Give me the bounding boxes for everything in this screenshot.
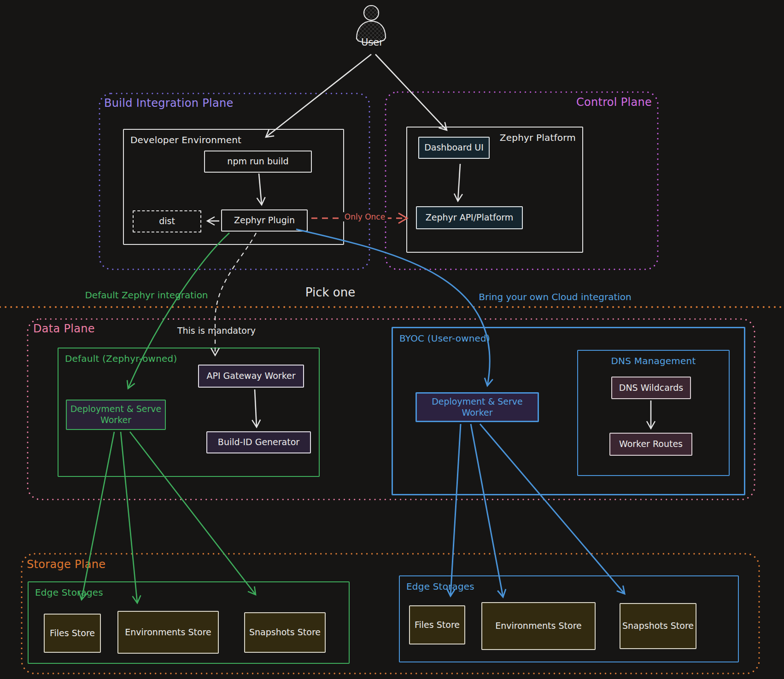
control-plane-title: Control Plane	[544, 96, 652, 109]
zephyr-plugin-node: Zephyr Plugin	[221, 209, 308, 232]
worker-routes-node: Worker Routes	[609, 433, 692, 456]
architecture-diagram: Build Integration Plane Control Plane Da…	[0, 0, 784, 679]
edge-storages-left-label: Edge Storages	[35, 587, 103, 598]
zephyr-api-node: Zephyr API/Platform	[416, 206, 523, 229]
store-node: Snapshots Store	[244, 612, 326, 653]
only-once-label: Only Once	[342, 212, 388, 221]
byoc-deploy-serve-worker-node: Deployment & Serve Worker	[415, 392, 539, 422]
storage-plane-title: Storage Plane	[27, 558, 105, 571]
store-node: Snapshots Store	[620, 603, 696, 649]
dns-wildcards-node: DNS Wildcards	[611, 377, 691, 399]
pick-one-label: Pick one	[305, 285, 355, 299]
build-id-generator-node: Build-ID Generator	[206, 431, 311, 453]
arrow-user-to-npm	[266, 54, 371, 137]
api-gateway-worker-node: API Gateway Worker	[198, 365, 304, 388]
store-node: Environments Store	[117, 611, 219, 654]
user-label: User	[361, 37, 383, 48]
developer-environment-label: Developer Environment	[130, 134, 241, 145]
dashboard-ui-node: Dashboard UI	[418, 137, 490, 159]
store-node: Environments Store	[481, 602, 596, 650]
zephyr-platform-label: Zephyr Platform	[500, 132, 576, 143]
mandatory-label: This is mandatory	[177, 325, 256, 336]
store-node: Files Store	[44, 614, 101, 653]
default-integration-label: Default Zephyr integration	[85, 290, 208, 301]
store-node: Files Store	[409, 605, 465, 644]
byoc-label: BYOC (User-owned)	[399, 333, 490, 344]
dns-management-label: DNS Management	[578, 355, 729, 366]
arrow-user-to-dashboard	[375, 54, 447, 130]
byoc-integration-label: Bring your own Cloud integration	[479, 291, 632, 302]
data-plane-title: Data Plane	[33, 322, 95, 335]
build-plane-title: Build Integration Plane	[104, 97, 233, 110]
edge-storages-right-label: Edge Storages	[406, 581, 474, 592]
default-zephyr-owned-label: Default (Zephyr-owned)	[65, 353, 177, 364]
npm-run-build-node: npm run build	[204, 151, 312, 173]
dns-management-group: DNS Management	[577, 350, 730, 476]
dist-node: dist	[133, 210, 201, 232]
arrow-plugin-to-gateway-dashed	[215, 233, 256, 355]
default-deploy-serve-worker-node: Deployment & Serve Worker	[66, 400, 166, 430]
